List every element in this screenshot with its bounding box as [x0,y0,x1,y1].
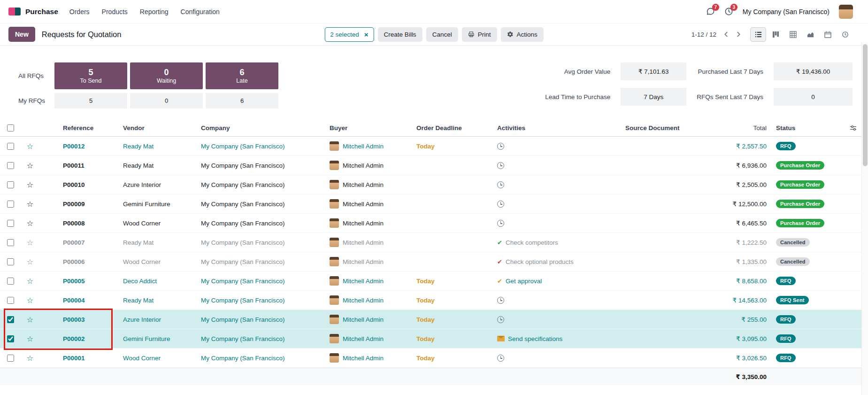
table-row[interactable]: ☆P00012Ready MatMy Company (San Francisc… [0,137,861,156]
favorite-star-icon[interactable]: ☆ [21,180,39,189]
filter-my-rfqs[interactable]: My RFQs [18,97,52,104]
view-kanban-button[interactable] [768,27,784,42]
row-activities[interactable]: ✔Check competitors [492,239,621,246]
row-activities[interactable]: Send specifications [492,335,621,342]
row-checkbox[interactable] [7,201,14,208]
activity-label[interactable]: Check competitors [506,239,558,246]
row-checkbox[interactable] [7,220,14,227]
column-header-order-deadline[interactable]: Order Deadline [412,124,492,132]
activity-clock-icon[interactable] [497,316,504,323]
activity-check-icon[interactable]: ✔ [497,278,502,285]
row-select-cell[interactable] [0,239,21,246]
row-select-cell[interactable] [0,143,21,150]
favorite-star-icon[interactable]: ☆ [21,200,39,209]
row-activities[interactable] [492,143,621,150]
row-activities[interactable] [492,220,621,227]
row-checkbox[interactable] [7,355,14,362]
row-checkbox[interactable] [7,143,14,150]
table-row[interactable]: ☆P00002Gemini FurnitureMy Company (San F… [0,329,861,349]
menu-reporting[interactable]: Reporting [140,8,169,15]
pager-next-button[interactable] [734,30,743,39]
cancel-button[interactable]: Cancel [426,27,458,42]
view-calendar-button[interactable] [820,27,836,42]
row-activities[interactable] [492,181,621,188]
pager-previous-button[interactable] [722,30,730,39]
favorite-star-icon[interactable]: ☆ [21,219,39,228]
clear-selection-icon[interactable]: × [364,31,369,38]
table-row[interactable]: ☆P00003Azure InteriorMy Company (San Fra… [0,310,861,329]
kpi-all-to-send[interactable]: 5 To Send [54,62,127,89]
menu-orders[interactable]: Orders [69,8,90,15]
table-row[interactable]: ☆P00004Ready MatMy Company (San Francisc… [0,291,861,310]
optional-columns-icon[interactable] [845,124,861,132]
column-header-total[interactable]: Total [695,124,771,132]
row-select-cell[interactable] [0,220,21,227]
view-activity-button[interactable] [837,27,853,42]
activity-check-icon[interactable]: ✔ [497,258,502,265]
table-row[interactable]: ☆P00006Wood CornerMy Company (San Franci… [0,252,861,271]
activity-clock-icon[interactable] [497,201,504,208]
activity-label[interactable]: Send specifications [508,335,562,342]
activity-label[interactable]: Check optional products [506,258,574,265]
activity-label[interactable]: Get approval [506,278,542,285]
column-header-vendor[interactable]: Vendor [118,124,196,132]
table-row[interactable]: ☆P00008Wood CornerMy Company (San Franci… [0,214,861,233]
row-select-cell[interactable] [0,297,21,304]
row-activities[interactable]: ✔Get approval [492,278,621,285]
row-checkbox[interactable] [7,297,14,304]
row-select-cell[interactable] [0,316,21,323]
activity-clock-icon[interactable] [497,355,504,362]
row-checkbox[interactable] [7,181,14,188]
view-graph-button[interactable] [802,27,818,42]
user-avatar[interactable] [839,5,853,19]
column-header-source-document[interactable]: Source Document [621,124,695,132]
app-menu-purchase[interactable]: Purchase [25,8,58,16]
row-select-cell[interactable] [0,258,21,265]
kpi-my-late[interactable]: 6 [206,93,278,108]
filter-all-rfqs[interactable]: All RFQs [18,72,52,79]
row-checkbox[interactable] [7,162,14,169]
row-activities[interactable]: ✔Check optional products [492,258,621,265]
kpi-all-late[interactable]: 6 Late [206,62,278,89]
table-row[interactable]: ☆P00005Deco AddictMy Company (San Franci… [0,271,861,291]
scrollbar-thumb[interactable] [863,44,868,166]
print-button[interactable]: Print [462,27,497,42]
column-header-company[interactable]: Company [196,124,325,132]
activity-clock-icon[interactable] [497,162,504,169]
favorite-star-icon[interactable]: ☆ [21,161,39,170]
activity-clock-icon[interactable] [497,143,504,150]
row-activities[interactable] [492,355,621,362]
column-header-buyer[interactable]: Buyer [325,124,412,132]
row-select-cell[interactable] [0,162,21,169]
row-activities[interactable] [492,297,621,304]
select-all-checkbox[interactable] [7,124,14,132]
favorite-star-icon[interactable]: ☆ [21,315,39,324]
row-select-cell[interactable] [0,278,21,285]
activity-envelope-icon[interactable] [497,336,505,341]
activity-clock-icon[interactable] [497,181,504,188]
new-button[interactable]: New [8,27,35,42]
actions-button[interactable]: Actions [500,27,543,42]
company-switcher[interactable]: My Company (San Francisco) [743,8,830,15]
favorite-star-icon[interactable]: ☆ [21,142,39,151]
table-row[interactable]: ☆P00009Gemini FurnitureMy Company (San F… [0,194,861,214]
favorite-star-icon[interactable]: ☆ [21,334,39,343]
activities-button[interactable]: 3 [724,7,733,16]
row-select-cell[interactable] [0,181,21,188]
table-row[interactable]: ☆P00007Ready MatMy Company (San Francisc… [0,233,861,252]
select-all-cell[interactable] [0,124,21,132]
activity-check-icon[interactable]: ✔ [497,239,502,246]
app-switcher[interactable]: Purchase [8,8,58,16]
page-scrollbar[interactable] [861,42,868,395]
row-checkbox[interactable] [7,239,14,246]
favorite-star-icon[interactable]: ☆ [21,296,39,305]
column-header-activities[interactable]: Activities [492,124,621,132]
create-bills-button[interactable]: Create Bills [378,27,422,42]
row-activities[interactable] [492,316,621,323]
kpi-my-to-send[interactable]: 5 [54,93,127,108]
activity-clock-icon[interactable] [497,220,504,227]
menu-configuration[interactable]: Configuration [181,8,220,15]
activity-clock-icon[interactable] [497,297,504,304]
menu-products[interactable]: Products [102,8,128,15]
kpi-all-waiting[interactable]: 0 Waiting [130,62,203,89]
